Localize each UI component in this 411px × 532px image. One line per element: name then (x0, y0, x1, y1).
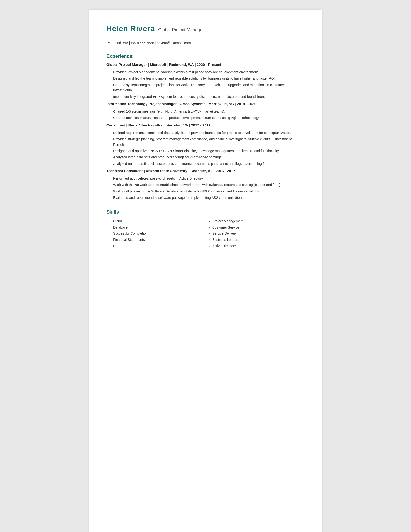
list-item: Active Directory (212, 243, 305, 249)
experience-section-title: Experience: (106, 53, 305, 59)
header-section: Helen Rivera Global Project Manager Redm… (106, 24, 305, 45)
list-item: Analyzed numerous financial statements a… (113, 161, 305, 166)
header-divider (106, 37, 305, 37)
skills-section-title: Skills (106, 209, 305, 215)
list-item: Designed and optimized Navy LSS/CPI Shar… (113, 148, 305, 153)
list-item: Evaluated and recommended software packa… (113, 195, 305, 200)
list-item: Implement fully integrated ERP System fo… (113, 94, 305, 99)
resume-page: Helen Rivera Global Project Manager Redm… (89, 10, 322, 532)
list-item: Cloud (113, 218, 206, 224)
list-item: Created systems integration project plan… (113, 82, 305, 93)
list-item: Chaired 2-3 scrum meetings (e.g., North … (113, 109, 305, 114)
list-item: Work with the Network team to troublesho… (113, 182, 305, 187)
job-block-3: Consultant | Booz Allen Hamilton | Hernd… (106, 123, 305, 166)
full-name: Helen Rivera (106, 24, 155, 33)
skills-left: Cloud Database Successful Completion Fin… (106, 218, 206, 249)
job-title-3: Consultant | Booz Allen Hamilton | Hernd… (106, 123, 305, 127)
skills-columns: Cloud Database Successful Completion Fin… (106, 218, 305, 249)
job-block-2: Information Technology Project Manager |… (106, 102, 305, 121)
experience-section: Experience: Global Project Manager | Mic… (106, 53, 305, 200)
list-item: Defined requirements, conducted data ana… (113, 130, 305, 135)
list-item: Project Management (212, 218, 305, 224)
job-title-1: Global Project Manager | Microsoft | Red… (106, 62, 305, 66)
list-item: Customer Service (212, 224, 305, 231)
list-item: Provided Project Management leadership w… (113, 69, 305, 75)
job-title-4: Technical Consultant | Arizona State Uni… (106, 169, 305, 173)
list-item: Work in all phases of the Software Devel… (113, 189, 305, 194)
job-title-2: Information Technology Project Manager |… (106, 102, 305, 106)
list-item: Performed add /deletes, password resets … (113, 176, 305, 181)
list-item: Provided strategic planning, program man… (113, 136, 305, 147)
name-title-row: Helen Rivera Global Project Manager (106, 24, 305, 33)
list-item: Designed and led the team to implement r… (113, 76, 305, 81)
job-bullets-2: Chaired 2-3 scrum meetings (e.g., North … (106, 109, 305, 121)
job-bullets-1: Provided Project Management leadership w… (106, 69, 305, 99)
list-item: Created technical manuals as part of pro… (113, 115, 305, 120)
list-item: Service Delivery (212, 230, 305, 237)
list-item: Database (113, 224, 206, 231)
job-title-header: Global Project Manager (158, 27, 204, 32)
job-bullets-4: Performed add /deletes, password resets … (106, 176, 305, 200)
job-block-1: Global Project Manager | Microsoft | Red… (106, 62, 305, 99)
list-item: Business Leaders (212, 237, 305, 243)
list-item: Financial Statements (113, 237, 206, 243)
job-bullets-3: Defined requirements, conducted data ana… (106, 130, 305, 166)
list-item: R (113, 243, 206, 249)
list-item: Analyzed large data sets and produced fi… (113, 154, 305, 160)
job-block-4: Technical Consultant | Arizona State Uni… (106, 169, 305, 200)
skills-section: Skills Cloud Database Successful Complet… (106, 209, 305, 249)
skills-right: Project Management Customer Service Serv… (206, 218, 305, 249)
contact-info: Redmond, WA | (860) 555-7638 | hrivera@e… (106, 41, 305, 45)
list-item: Successful Completion (113, 230, 206, 237)
